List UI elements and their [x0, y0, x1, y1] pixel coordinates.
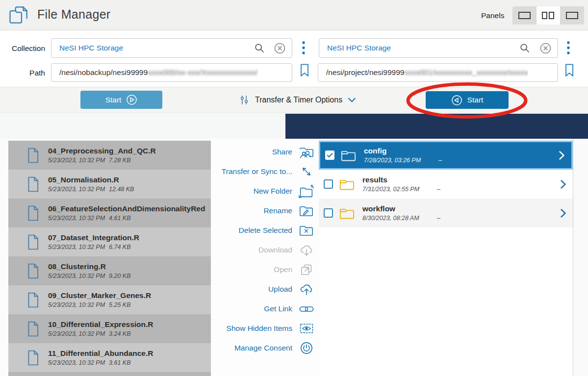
- transfer-options-toggle[interactable]: Transfer & Timer Options: [239, 91, 356, 109]
- menu-item-show-hidden[interactable]: Show Hidden Items: [211, 319, 319, 338]
- file-icon: [27, 148, 40, 163]
- folder-meta: 8/30/2023, 08:28 AM–: [362, 215, 440, 222]
- row-checkbox[interactable]: [324, 179, 333, 189]
- right-panel-toolbar: ⚙: [285, 114, 588, 139]
- file-row[interactable]: 04_Preprocessing_And_QC.R5/23/2023, 10:3…: [8, 141, 211, 170]
- left-path-value: /nesi/nobackup/nesi99999: [59, 68, 148, 76]
- file-name: 10_Differential_Expression.R: [48, 320, 153, 329]
- folder-row[interactable]: results7/31/2023, 02:55 PM–: [319, 170, 573, 199]
- file-name: 07_Dataset_Integration.R: [48, 233, 139, 242]
- play-circle-left-icon: [451, 95, 462, 106]
- menu-item-share[interactable]: Share: [211, 142, 319, 162]
- app-header: File Manager Panels: [0, 0, 588, 30]
- link-icon: [298, 305, 314, 313]
- chevron-right-icon[interactable]: [559, 150, 565, 160]
- play-circle-right-icon: [126, 94, 137, 105]
- folder-row[interactable]: workflow8/30/2023, 08:28 AM–: [319, 199, 573, 227]
- folder-row[interactable]: config7/28/2023, 03:26 PM–: [319, 141, 573, 170]
- file-icon: [27, 205, 40, 221]
- left-start-button[interactable]: Start: [80, 91, 162, 109]
- folder-name: results: [362, 175, 440, 184]
- folder-meta: 7/31/2023, 02:55 PM–: [362, 186, 440, 193]
- right-collection-value: NeSI HPC Storage: [327, 44, 391, 52]
- left-panel-toolbar: ⚙: [0, 114, 285, 139]
- menu-item-label: Download: [258, 246, 292, 254]
- search-icon[interactable]: [254, 43, 265, 53]
- left-path-input[interactable]: /nesi/nobackup/nesi99999xxxx000/xx-xxx/X…: [51, 63, 292, 82]
- folder-icon: [341, 149, 356, 162]
- file-name: 09_Cluster_Marker_Genes.R: [48, 291, 151, 300]
- left-collection-input[interactable]: NeSI HPC Storage: [51, 38, 292, 58]
- right-scroll-gutter[interactable]: [573, 139, 588, 376]
- menu-item-label: Rename: [263, 206, 292, 215]
- menu-item-consent[interactable]: Manage Consent: [211, 338, 319, 358]
- file-row[interactable]: 08_Clustering.R5/23/2023, 10:32 PM9.20 K…: [8, 256, 211, 285]
- right-file-list: config7/28/2023, 03:26 PM–results7/31/20…: [319, 139, 573, 376]
- right-bookmark-icon[interactable]: [565, 64, 574, 77]
- menu-item-new-folder[interactable]: New Folder: [211, 181, 319, 201]
- file-icon: [27, 292, 40, 308]
- menu-item-label: Share: [272, 148, 292, 156]
- file-row[interactable]: 06_FeatureSelectionAndDimensionalityRed5…: [8, 199, 211, 227]
- file-name: 11_Differential_Abundance.R: [48, 349, 153, 358]
- clear-collection-icon[interactable]: [540, 43, 551, 54]
- new-folder-icon: [298, 184, 314, 198]
- chevron-right-icon[interactable]: [560, 179, 566, 189]
- file-meta: 5/23/2023, 10:32 PM4.61 KB: [48, 215, 205, 222]
- row-checkbox[interactable]: [325, 150, 334, 160]
- right-start-button[interactable]: Start: [426, 91, 509, 109]
- file-row[interactable]: 10_Differential_Expression.R5/23/2023, 1…: [8, 314, 211, 343]
- left-collection-menu-kebab-icon[interactable]: [302, 41, 306, 55]
- panel-dual-icon: [542, 12, 547, 19]
- upload-icon: [298, 283, 314, 296]
- panels-toggle-group: [512, 6, 584, 25]
- file-row[interactable]: 11_Differential_Abundance.R5/23/2023, 10…: [8, 343, 211, 372]
- row-checkbox[interactable]: [324, 208, 333, 218]
- left-bookmark-icon[interactable]: [300, 64, 309, 77]
- right-collection-input[interactable]: NeSI HPC Storage: [319, 38, 558, 58]
- menu-item-get-link[interactable]: Get Link: [211, 299, 319, 319]
- left-collection-value: NeSI HPC Storage: [59, 44, 123, 52]
- clear-collection-icon[interactable]: [274, 43, 285, 54]
- file-manager-app: File Manager Panels Collection NeSI HPC …: [0, 0, 588, 376]
- menu-item-rename[interactable]: Rename: [211, 201, 319, 221]
- menu-item-open: Open: [211, 260, 319, 279]
- left-path-redacted: xxxx000/xx-xxx/Xxxxxxxxxxxxxx/: [148, 68, 258, 76]
- share-icon: [298, 145, 314, 159]
- menu-item-download: Download: [211, 240, 319, 260]
- file-name: 04_Preprocessing_And_QC.R: [48, 147, 156, 155]
- menu-item-delete[interactable]: Delete Selected: [211, 221, 319, 240]
- folder-icon: [339, 207, 355, 220]
- right-path-value: /nesi/project/nesi99999: [326, 68, 404, 76]
- file-action-menu: ShareTransfer or Sync to...New FolderRen…: [211, 139, 319, 376]
- panel-layout-single-button[interactable]: [512, 6, 537, 25]
- file-meta: 5/23/2023, 10:32 PM5.25 KB: [48, 301, 151, 308]
- right-path-input[interactable]: /nesi/project/nesi99999xxxx001/xxxxxxxxx…: [318, 63, 558, 82]
- menu-item-label: Open: [274, 265, 292, 274]
- collection-label: Collection: [0, 44, 45, 53]
- panel-layout-dual-button[interactable]: [537, 6, 561, 25]
- menu-item-label: Delete Selected: [239, 226, 292, 235]
- file-row[interactable]: 05_Normalisation.R5/23/2023, 10:32 PM12.…: [8, 170, 211, 199]
- folder-name: workflow: [362, 204, 440, 213]
- chevron-right-icon[interactable]: [560, 208, 566, 218]
- left-file-list: 04_Preprocessing_And_QC.R5/23/2023, 10:3…: [0, 139, 211, 376]
- menu-item-transfer[interactable]: Transfer or Sync to...: [211, 162, 319, 181]
- right-collection-menu-kebab-icon[interactable]: [566, 41, 570, 55]
- folder-icon: [339, 178, 355, 191]
- folder-meta: 7/28/2023, 03:26 PM–: [364, 157, 442, 164]
- search-icon[interactable]: [519, 43, 530, 53]
- panel-single-icon: [518, 12, 531, 19]
- file-row[interactable]: 07_Dataset_Integration.R5/23/2023, 10:32…: [8, 227, 211, 256]
- menu-item-label: Manage Consent: [234, 344, 292, 352]
- file-row[interactable]: 09_Cluster_Marker_Genes.R5/23/2023, 10:3…: [8, 285, 211, 314]
- file-name: 08_Clustering.R: [48, 262, 130, 271]
- menu-item-label: New Folder: [254, 187, 292, 196]
- sliders-icon: [239, 95, 250, 105]
- eye-hidden-icon: [298, 323, 314, 334]
- rename-icon: [298, 204, 314, 217]
- right-path-redacted: xxxx001/xxxxxxxxxx_xxxxxxxx/xxxxx: [404, 68, 528, 76]
- panel-layout-single-alt-button[interactable]: [560, 6, 584, 25]
- menu-item-upload[interactable]: Upload: [211, 279, 319, 299]
- file-manager-logo-icon: [9, 5, 31, 25]
